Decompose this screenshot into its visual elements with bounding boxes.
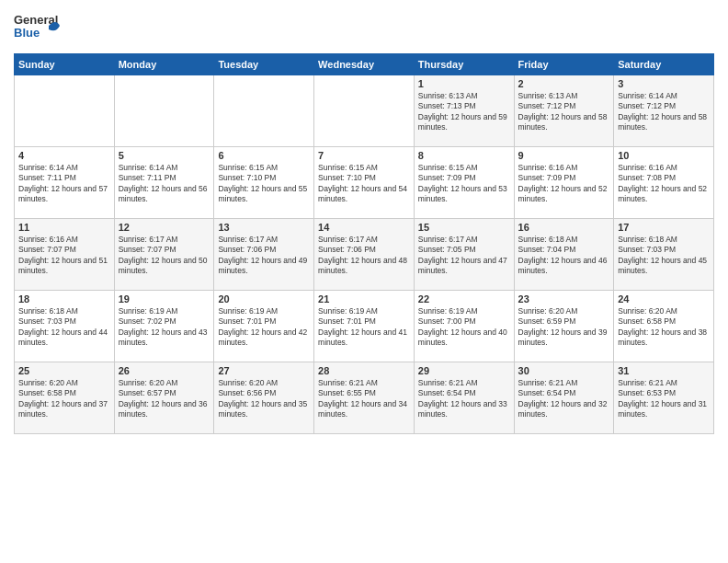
calendar-day-cell: 5Sunrise: 6:14 AM Sunset: 7:11 PM Daylig… xyxy=(114,147,214,219)
day-info: Sunrise: 6:15 AM Sunset: 7:10 PM Dayligh… xyxy=(218,163,310,205)
calendar-week-row: 25Sunrise: 6:20 AM Sunset: 6:58 PM Dayli… xyxy=(15,362,714,434)
day-number: 27 xyxy=(218,365,310,376)
day-info: Sunrise: 6:13 AM Sunset: 7:12 PM Dayligh… xyxy=(518,91,610,133)
calendar-day-cell: 10Sunrise: 6:16 AM Sunset: 7:08 PM Dayli… xyxy=(614,147,714,219)
calendar-day-cell: 12Sunrise: 6:17 AM Sunset: 7:07 PM Dayli… xyxy=(114,219,214,291)
day-info: Sunrise: 6:18 AM Sunset: 7:03 PM Dayligh… xyxy=(18,306,110,349)
calendar-day-cell: 21Sunrise: 6:19 AM Sunset: 7:01 PM Dayli… xyxy=(314,291,415,362)
calendar-day-cell: 30Sunrise: 6:21 AM Sunset: 6:54 PM Dayli… xyxy=(514,362,614,434)
day-number: 22 xyxy=(418,293,510,304)
day-number: 19 xyxy=(119,293,210,304)
day-info: Sunrise: 6:15 AM Sunset: 7:10 PM Dayligh… xyxy=(318,163,410,205)
calendar-day-cell: 28Sunrise: 6:21 AM Sunset: 6:55 PM Dayli… xyxy=(314,362,415,434)
calendar-day-cell xyxy=(214,75,314,147)
calendar-day-cell: 15Sunrise: 6:17 AM Sunset: 7:05 PM Dayli… xyxy=(414,219,514,291)
calendar-week-row: 4Sunrise: 6:14 AM Sunset: 7:11 PM Daylig… xyxy=(15,147,714,219)
day-number: 8 xyxy=(418,150,510,161)
day-info: Sunrise: 6:15 AM Sunset: 7:09 PM Dayligh… xyxy=(418,163,510,205)
calendar-day-cell: 29Sunrise: 6:21 AM Sunset: 6:54 PM Dayli… xyxy=(414,362,514,434)
weekday-header: Friday xyxy=(514,54,614,75)
day-number: 11 xyxy=(18,222,110,233)
calendar-day-cell: 2Sunrise: 6:13 AM Sunset: 7:12 PM Daylig… xyxy=(514,75,614,147)
day-number: 26 xyxy=(119,365,210,376)
calendar-day-cell: 23Sunrise: 6:20 AM Sunset: 6:59 PM Dayli… xyxy=(514,291,614,362)
day-number: 30 xyxy=(518,365,610,376)
day-number: 13 xyxy=(218,222,310,233)
calendar-day-cell: 24Sunrise: 6:20 AM Sunset: 6:58 PM Dayli… xyxy=(614,291,714,362)
day-info: Sunrise: 6:21 AM Sunset: 6:54 PM Dayligh… xyxy=(518,378,610,420)
calendar-day-cell: 9Sunrise: 6:16 AM Sunset: 7:09 PM Daylig… xyxy=(514,147,614,219)
calendar-day-cell: 6Sunrise: 6:15 AM Sunset: 7:10 PM Daylig… xyxy=(214,147,314,219)
day-number: 6 xyxy=(218,150,310,161)
calendar-day-cell: 1Sunrise: 6:13 AM Sunset: 7:13 PM Daylig… xyxy=(414,75,514,147)
weekday-header: Monday xyxy=(114,54,214,75)
svg-text:Blue: Blue xyxy=(14,26,40,40)
calendar-day-cell: 20Sunrise: 6:19 AM Sunset: 7:01 PM Dayli… xyxy=(214,291,314,362)
calendar-day-cell: 26Sunrise: 6:20 AM Sunset: 6:57 PM Dayli… xyxy=(114,362,214,434)
day-info: Sunrise: 6:16 AM Sunset: 7:09 PM Dayligh… xyxy=(518,163,610,205)
weekday-header: Tuesday xyxy=(214,54,314,75)
day-number: 5 xyxy=(119,150,210,161)
calendar-day-cell: 31Sunrise: 6:21 AM Sunset: 6:53 PM Dayli… xyxy=(614,362,714,434)
weekday-header: Thursday xyxy=(414,54,514,75)
day-info: Sunrise: 6:16 AM Sunset: 7:08 PM Dayligh… xyxy=(618,163,710,205)
logo-area: General Blue xyxy=(14,9,60,48)
weekday-header: Sunday xyxy=(15,54,115,75)
calendar-day-cell: 27Sunrise: 6:20 AM Sunset: 6:56 PM Dayli… xyxy=(214,362,314,434)
day-number: 2 xyxy=(518,78,610,89)
day-number: 16 xyxy=(518,222,610,233)
day-number: 28 xyxy=(318,365,410,376)
calendar-day-cell: 8Sunrise: 6:15 AM Sunset: 7:09 PM Daylig… xyxy=(414,147,514,219)
calendar-day-cell: 4Sunrise: 6:14 AM Sunset: 7:11 PM Daylig… xyxy=(15,147,115,219)
day-info: Sunrise: 6:20 AM Sunset: 6:57 PM Dayligh… xyxy=(119,378,210,420)
calendar-day-cell: 11Sunrise: 6:16 AM Sunset: 7:07 PM Dayli… xyxy=(15,219,115,291)
day-number: 14 xyxy=(318,222,410,233)
day-info: Sunrise: 6:17 AM Sunset: 7:06 PM Dayligh… xyxy=(218,235,310,277)
calendar-day-cell: 14Sunrise: 6:17 AM Sunset: 7:06 PM Dayli… xyxy=(314,219,415,291)
day-info: Sunrise: 6:14 AM Sunset: 7:11 PM Dayligh… xyxy=(18,163,110,205)
day-info: Sunrise: 6:19 AM Sunset: 7:00 PM Dayligh… xyxy=(418,306,510,349)
day-info: Sunrise: 6:13 AM Sunset: 7:13 PM Dayligh… xyxy=(418,91,510,133)
day-info: Sunrise: 6:14 AM Sunset: 7:11 PM Dayligh… xyxy=(119,163,210,205)
calendar-day-cell: 3Sunrise: 6:14 AM Sunset: 7:12 PM Daylig… xyxy=(614,75,714,147)
day-number: 15 xyxy=(418,222,510,233)
day-info: Sunrise: 6:14 AM Sunset: 7:12 PM Dayligh… xyxy=(618,91,710,133)
day-number: 24 xyxy=(618,293,710,304)
day-number: 29 xyxy=(418,365,510,376)
day-number: 23 xyxy=(518,293,610,304)
calendar-week-row: 1Sunrise: 6:13 AM Sunset: 7:13 PM Daylig… xyxy=(15,75,714,147)
day-info: Sunrise: 6:16 AM Sunset: 7:07 PM Dayligh… xyxy=(18,235,110,277)
day-info: Sunrise: 6:17 AM Sunset: 7:06 PM Dayligh… xyxy=(318,235,410,277)
calendar-day-cell xyxy=(314,75,415,147)
calendar-day-cell: 16Sunrise: 6:18 AM Sunset: 7:04 PM Dayli… xyxy=(514,219,614,291)
day-info: Sunrise: 6:19 AM Sunset: 7:01 PM Dayligh… xyxy=(318,306,410,349)
calendar-day-cell: 18Sunrise: 6:18 AM Sunset: 7:03 PM Dayli… xyxy=(15,291,115,362)
day-info: Sunrise: 6:20 AM Sunset: 6:58 PM Dayligh… xyxy=(18,378,110,420)
day-info: Sunrise: 6:20 AM Sunset: 6:56 PM Dayligh… xyxy=(218,378,310,420)
calendar-table: SundayMondayTuesdayWednesdayThursdayFrid… xyxy=(14,53,714,434)
day-number: 18 xyxy=(18,293,110,304)
calendar-week-row: 18Sunrise: 6:18 AM Sunset: 7:03 PM Dayli… xyxy=(15,291,714,362)
day-number: 17 xyxy=(618,222,710,233)
calendar-day-cell xyxy=(114,75,214,147)
day-number: 9 xyxy=(518,150,610,161)
day-number: 10 xyxy=(618,150,710,161)
day-info: Sunrise: 6:21 AM Sunset: 6:55 PM Dayligh… xyxy=(318,378,410,420)
calendar-header-row: SundayMondayTuesdayWednesdayThursdayFrid… xyxy=(15,54,714,75)
day-info: Sunrise: 6:20 AM Sunset: 6:58 PM Dayligh… xyxy=(618,306,710,349)
calendar-week-row: 11Sunrise: 6:16 AM Sunset: 7:07 PM Dayli… xyxy=(15,219,714,291)
calendar-day-cell: 25Sunrise: 6:20 AM Sunset: 6:58 PM Dayli… xyxy=(15,362,115,434)
weekday-header: Wednesday xyxy=(314,54,415,75)
day-info: Sunrise: 6:17 AM Sunset: 7:07 PM Dayligh… xyxy=(119,235,210,277)
calendar-day-cell: 17Sunrise: 6:18 AM Sunset: 7:03 PM Dayli… xyxy=(614,219,714,291)
day-number: 3 xyxy=(618,78,710,89)
calendar-day-cell: 22Sunrise: 6:19 AM Sunset: 7:00 PM Dayli… xyxy=(414,291,514,362)
day-info: Sunrise: 6:18 AM Sunset: 7:04 PM Dayligh… xyxy=(518,235,610,277)
day-number: 25 xyxy=(18,365,110,376)
page-container: General Blue SundayMondayTuesdayWednesda… xyxy=(0,0,728,563)
day-info: Sunrise: 6:20 AM Sunset: 6:59 PM Dayligh… xyxy=(518,306,610,349)
day-info: Sunrise: 6:19 AM Sunset: 7:02 PM Dayligh… xyxy=(119,306,210,349)
day-number: 21 xyxy=(318,293,410,304)
day-info: Sunrise: 6:18 AM Sunset: 7:03 PM Dayligh… xyxy=(618,235,710,277)
day-info: Sunrise: 6:21 AM Sunset: 6:53 PM Dayligh… xyxy=(618,378,710,420)
